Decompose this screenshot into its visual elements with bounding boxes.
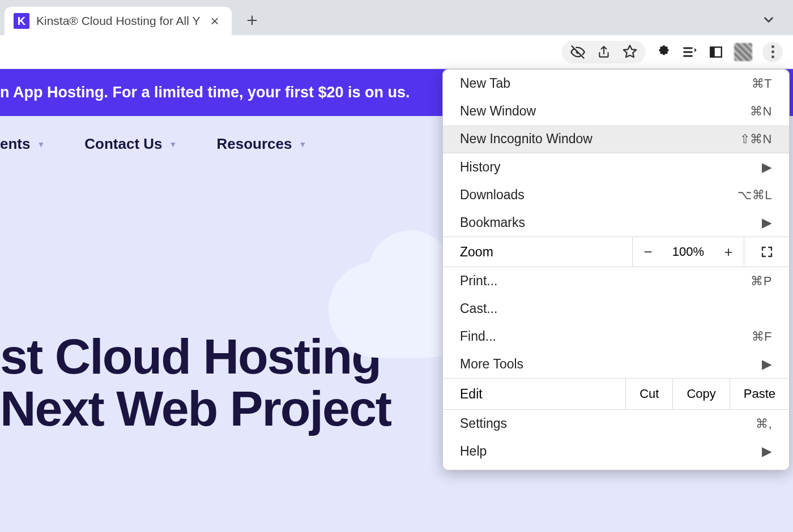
menu-label: New Incognito Window [460, 131, 592, 147]
chevron-right-icon: ▶ [762, 444, 772, 459]
edit-cut-button[interactable]: Cut [625, 379, 672, 409]
caret-icon: ▼ [37, 140, 45, 149]
menu-shortcut: ⌘T [752, 76, 772, 91]
browser-tab[interactable]: K Kinsta® Cloud Hosting for All Y × [5, 7, 232, 35]
nav-item-resources[interactable]: Resources▼ [216, 135, 306, 153]
menu-settings[interactable]: Settings ⌘, [443, 410, 789, 437]
zoom-controls: − 100% + [632, 237, 744, 267]
menu-cast[interactable]: Cast... [443, 295, 789, 323]
chevron-right-icon: ▶ [762, 357, 772, 372]
new-tab-button[interactable] [241, 9, 263, 32]
profile-avatar[interactable] [734, 43, 752, 61]
menu-history[interactable]: History ▶ [443, 153, 789, 181]
menu-bookmarks[interactable]: Bookmarks ▶ [443, 209, 789, 237]
menu-edit: Edit Cut Copy Paste [443, 378, 789, 410]
menu-label: History [460, 160, 501, 175]
menu-label: Print... [460, 273, 497, 289]
tab-bar: K Kinsta® Cloud Hosting for All Y × [0, 0, 793, 35]
menu-help[interactable]: Help ▶ [443, 437, 789, 465]
browser-toolbar [0, 35, 793, 69]
tabs-dropdown-button[interactable] [761, 12, 776, 27]
menu-label: More Tools [460, 357, 523, 372]
puzzle-icon[interactable] [656, 44, 672, 60]
nav-label: ents [0, 135, 30, 153]
nav-item-partial[interactable]: ents▼ [0, 135, 45, 153]
zoom-value: 100% [663, 244, 713, 259]
edit-copy-button[interactable]: Copy [672, 379, 729, 409]
svg-rect-1 [710, 47, 715, 57]
side-panel-icon[interactable] [708, 44, 724, 60]
menu-zoom: Zoom − 100% + [443, 237, 789, 267]
nav-item-contact[interactable]: Contact Us▼ [84, 135, 177, 153]
menu-shortcut: ⌘N [750, 104, 772, 119]
caret-icon: ▼ [299, 140, 306, 149]
chevron-right-icon: ▶ [762, 215, 772, 230]
browser-menu: New Tab ⌘T New Window ⌘N New Incognito W… [442, 69, 790, 470]
caret-icon: ▼ [169, 140, 177, 149]
menu-shortcut: ⌘F [752, 329, 772, 344]
zoom-in-button[interactable]: + [713, 243, 744, 261]
menu-label: Settings [460, 416, 507, 431]
share-icon[interactable] [596, 44, 612, 60]
zoom-out-button[interactable]: − [633, 243, 663, 261]
reading-list-icon[interactable] [682, 44, 698, 60]
nav-label: Resources [216, 135, 292, 153]
menu-label: Help [460, 444, 487, 459]
menu-shortcut: ⌘, [756, 417, 772, 431]
close-icon[interactable]: × [207, 12, 222, 30]
menu-label: Zoom [443, 244, 632, 260]
menu-more-tools[interactable]: More Tools ▶ [443, 350, 789, 378]
menu-label: Edit [443, 387, 625, 402]
fullscreen-button[interactable] [744, 237, 789, 267]
menu-new-tab[interactable]: New Tab ⌘T [443, 70, 789, 97]
tab-title: Kinsta® Cloud Hosting for All Y [36, 14, 200, 28]
menu-new-window[interactable]: New Window ⌘N [443, 97, 789, 125]
chevron-right-icon: ▶ [762, 160, 772, 175]
menu-incognito[interactable]: New Incognito Window ⇧⌘N [443, 125, 789, 153]
tab-favicon: K [14, 13, 29, 29]
plus-icon [246, 14, 258, 27]
edit-paste-button[interactable]: Paste [730, 379, 789, 409]
fullscreen-icon [760, 245, 774, 259]
menu-shortcut: ⌥⌘L [737, 188, 772, 203]
nav-label: Contact Us [84, 135, 162, 153]
eye-off-icon[interactable] [570, 44, 586, 60]
menu-downloads[interactable]: Downloads ⌥⌘L [443, 181, 789, 209]
menu-label: Cast... [460, 301, 497, 316]
menu-label: Find... [460, 329, 496, 344]
menu-label: New Window [460, 104, 536, 119]
chevron-down-icon [761, 12, 776, 27]
menu-shortcut: ⇧⌘N [740, 132, 772, 147]
menu-shortcut: ⌘P [751, 274, 772, 289]
omnibox-actions [562, 41, 646, 63]
menu-print[interactable]: Print... ⌘P [443, 267, 789, 295]
menu-find[interactable]: Find... ⌘F [443, 323, 789, 350]
menu-label: Downloads [460, 187, 525, 203]
menu-label: Bookmarks [460, 215, 525, 230]
star-icon[interactable] [622, 44, 638, 60]
browser-menu-button[interactable] [762, 42, 783, 62]
menu-label: New Tab [460, 76, 510, 91]
